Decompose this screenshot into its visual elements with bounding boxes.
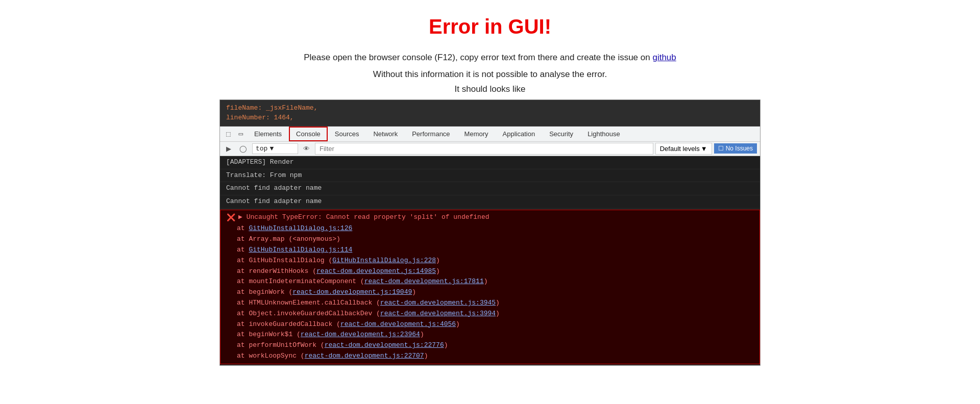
console-line-4: Cannot find adapter name xyxy=(220,195,760,209)
stack-line-10: at invokeGuardedCallback (react-dom.deve… xyxy=(227,319,753,330)
checkbox-icon: ☐ xyxy=(718,145,724,152)
stack-link-11[interactable]: react-dom.development.js:23964 xyxy=(301,331,420,338)
stack-link-1[interactable]: GitHubInstallDialog.js:126 xyxy=(249,224,352,232)
instruction-line3: It should looks like xyxy=(194,84,786,94)
chevron-down-icon: ▼ xyxy=(270,145,274,153)
console-line-1: [ADAPTERS] Render xyxy=(220,156,760,169)
tab-network[interactable]: Network xyxy=(366,127,405,141)
page-title: Error in GUI! xyxy=(194,15,786,38)
console-toolbar: ▶ ◯ top ▼ 👁 Default levels ▼ ☐ No Issues xyxy=(220,142,760,156)
no-issues-label: No Issues xyxy=(726,145,753,152)
stack-link-5[interactable]: react-dom.development.js:14985 xyxy=(316,267,436,275)
devtools-topbar: fileName: _jsxFileName, lineNumber: 1464… xyxy=(220,100,760,127)
device-icon: ▭ xyxy=(234,127,247,141)
stack-link-13[interactable]: react-dom.development.js:22707 xyxy=(305,352,424,360)
stack-link-4[interactable]: GitHubInstallDialog.js:228 xyxy=(332,257,436,264)
stack-line-3: at GitHubInstallDialog.js:114 xyxy=(227,245,753,256)
stack-link-3[interactable]: GitHubInstallDialog.js:114 xyxy=(249,246,352,254)
default-levels-button[interactable]: Default levels ▼ xyxy=(655,143,712,155)
error-block: ❌ ▶ Uncaught TypeError: Cannot read prop… xyxy=(220,210,760,364)
tab-console[interactable]: Console xyxy=(289,127,328,141)
topbar-code-line1: fileName: _jsxFileName, xyxy=(226,104,317,112)
console-line-3: Cannot find adapter name xyxy=(220,182,760,195)
stack-line-8: at HTMLUnknownElement.callCallback (reac… xyxy=(227,298,753,309)
clear-console-button[interactable]: ▶ xyxy=(223,143,234,154)
page-content: Error in GUI! Please open the browser co… xyxy=(184,0,796,376)
devtools-tabbar: ⬚ ▭ Elements Console Sources Network Per… xyxy=(220,127,760,142)
devtools-screenshot: fileName: _jsxFileName, lineNumber: 1464… xyxy=(219,99,761,366)
tab-performance[interactable]: Performance xyxy=(405,127,457,141)
tab-sources[interactable]: Sources xyxy=(328,127,366,141)
context-selector[interactable]: top ▼ xyxy=(252,143,298,154)
instruction-line2: Without this information it is not possi… xyxy=(194,67,786,82)
stop-button[interactable]: ◯ xyxy=(236,143,250,154)
stack-line-2: at Array.map (<anonymous>) xyxy=(227,234,753,245)
default-levels-label: Default levels xyxy=(660,145,700,153)
topbar-code-line2: lineNumber: 1464, xyxy=(226,114,294,121)
stack-line-7: at beginWork (react-dom.development.js:1… xyxy=(227,287,753,298)
stack-link-10[interactable]: react-dom.development.js:4056 xyxy=(340,320,456,328)
cursor-icon: ⬚ xyxy=(222,127,234,141)
stack-line-13: at workLoopSync (react-dom.development.j… xyxy=(227,351,753,362)
tab-application[interactable]: Application xyxy=(496,127,543,141)
github-link[interactable]: github xyxy=(652,53,676,62)
eye-icon-button[interactable]: 👁 xyxy=(300,143,313,154)
stack-link-8[interactable]: react-dom.development.js:3945 xyxy=(380,299,496,307)
stack-line-11: at beginWork$1 (react-dom.development.js… xyxy=(227,330,753,340)
error-icon: ❌ xyxy=(227,212,235,223)
stack-link-7[interactable]: react-dom.development.js:19049 xyxy=(292,288,412,296)
tab-memory[interactable]: Memory xyxy=(457,127,496,141)
instruction-line1: Please open the browser console (F12), c… xyxy=(194,50,786,65)
stack-link-12[interactable]: react-dom.development.js:22776 xyxy=(325,341,444,349)
stack-line-4: at GitHubInstallDialog (GitHubInstallDia… xyxy=(227,256,753,266)
console-body: [ADAPTERS] Render Translate: From npm Ca… xyxy=(220,156,760,364)
context-label: top xyxy=(256,145,267,153)
levels-chevron-icon: ▼ xyxy=(701,145,707,153)
stack-line-6: at mountIndeterminateComponent (react-do… xyxy=(227,276,753,287)
console-line-2: Translate: From npm xyxy=(220,169,760,183)
stack-line-9: at Object.invokeGuardedCallbackDev (reac… xyxy=(227,309,753,319)
error-main-text: ▶ Uncaught TypeError: Cannot read proper… xyxy=(238,212,489,223)
stack-line-12: at performUnitOfWork (react-dom.developm… xyxy=(227,340,753,351)
tab-lighthouse[interactable]: Lighthouse xyxy=(580,127,627,141)
stack-line-5: at renderWithHooks (react-dom.developmen… xyxy=(227,266,753,277)
no-issues-button[interactable]: ☐ No Issues xyxy=(714,143,757,154)
tab-security[interactable]: Security xyxy=(542,127,580,141)
console-filter-input[interactable] xyxy=(315,143,653,155)
stack-line-1: at GitHubInstallDialog.js:126 xyxy=(227,223,753,234)
stack-link-9[interactable]: react-dom.development.js:3994 xyxy=(380,310,496,317)
tab-elements[interactable]: Elements xyxy=(247,127,289,141)
stack-link-6[interactable]: react-dom.development.js:17811 xyxy=(364,277,484,285)
error-main-line: ❌ ▶ Uncaught TypeError: Cannot read prop… xyxy=(227,212,753,223)
